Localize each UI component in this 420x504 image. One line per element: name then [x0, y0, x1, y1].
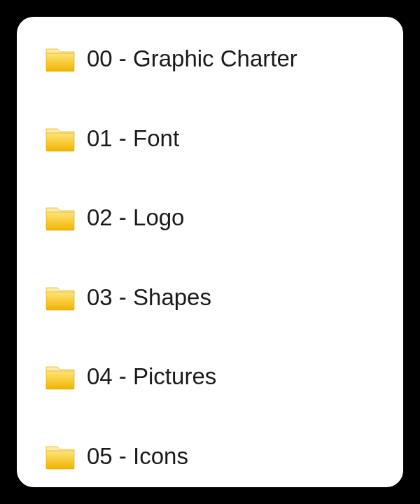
- folder-icon: [45, 125, 76, 153]
- folder-list-panel: 00 - Graphic Charter 01 - Font 02 - Logo: [17, 17, 403, 487]
- svg-rect-5: [46, 451, 74, 469]
- folder-label: 02 - Logo: [87, 204, 184, 231]
- folder-item[interactable]: 04 - Pictures: [45, 360, 384, 393]
- folder-item[interactable]: 01 - Font: [45, 122, 384, 155]
- folder-label: 04 - Pictures: [87, 363, 216, 390]
- folder-icon: [45, 45, 76, 73]
- folder-item[interactable]: 00 - Graphic Charter: [45, 42, 384, 76]
- folder-item[interactable]: 03 - Shapes: [45, 281, 384, 314]
- folder-label: 00 - Graphic Charter: [87, 46, 298, 72]
- folder-icon: [45, 204, 76, 232]
- folder-label: 05 - Icons: [87, 443, 188, 470]
- folder-icon: [45, 284, 76, 312]
- folder-label: 01 - Font: [87, 125, 179, 152]
- folder-label: 03 - Shapes: [87, 284, 211, 311]
- svg-rect-0: [46, 53, 74, 71]
- folder-item[interactable]: 02 - Logo: [45, 201, 384, 234]
- svg-rect-4: [46, 371, 74, 389]
- folder-icon: [45, 442, 76, 470]
- svg-rect-3: [46, 292, 74, 310]
- svg-rect-2: [46, 212, 74, 230]
- folder-icon: [45, 363, 76, 391]
- svg-rect-1: [46, 133, 74, 151]
- folder-item[interactable]: 05 - Icons: [45, 440, 384, 473]
